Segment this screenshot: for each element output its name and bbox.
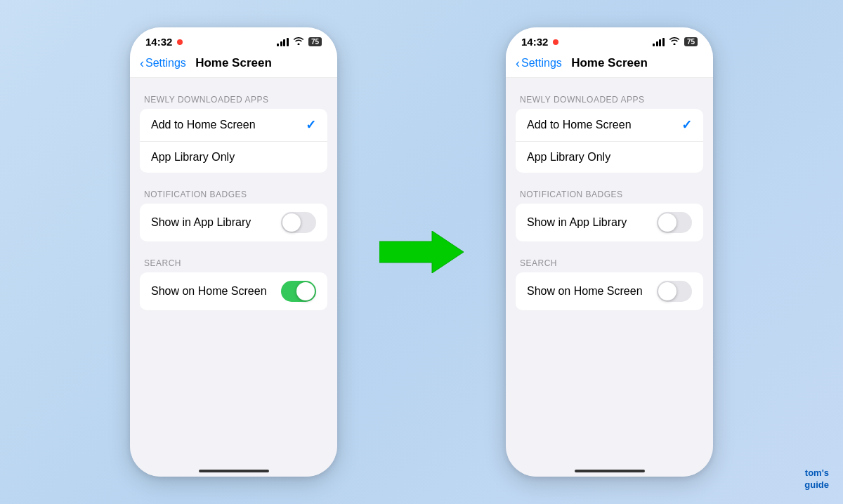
recording-dot-left: [177, 39, 183, 45]
row-app-library-left[interactable]: App Library Only: [140, 142, 327, 173]
wifi-icon-left: [293, 37, 304, 47]
settings-group-search-right: Show on Home Screen: [516, 272, 703, 310]
settings-group-notification-left: Show in App Library: [140, 204, 327, 241]
status-icons-left: 75: [277, 37, 322, 47]
section-label-newly-downloaded-right: NEWLY DOWNLOADED APPS: [506, 95, 713, 109]
time-value-left: 14:32: [145, 36, 172, 48]
back-label-right: Settings: [521, 57, 562, 69]
brand-name-line1: tom's: [804, 467, 829, 479]
section-label-search-right: SEARCH: [506, 258, 713, 272]
home-bar-right: [575, 470, 645, 472]
page-wrapper: 14:32 75: [0, 0, 843, 504]
brand-name-line2: guide: [804, 479, 829, 491]
back-label-left: Settings: [145, 57, 186, 69]
home-indicator-left: [130, 457, 337, 477]
phone-left: 14:32 75: [130, 27, 337, 477]
battery-right: 75: [684, 37, 698, 46]
wifi-icon-right: [669, 37, 680, 47]
status-bar-left: 14:32 75: [130, 27, 337, 52]
checkmark-right: ✓: [681, 117, 692, 133]
row-label-add-home-left: Add to Home Screen: [151, 119, 256, 131]
row-show-app-library-left[interactable]: Show in App Library: [140, 204, 327, 241]
row-label-show-home-screen-right: Show on Home Screen: [527, 285, 643, 298]
toggle-show-home-screen-left[interactable]: [281, 281, 316, 302]
row-label-show-home-screen-left: Show on Home Screen: [151, 285, 267, 298]
row-add-home-screen-left[interactable]: Add to Home Screen ✓: [140, 109, 327, 142]
toggle-thumb-show-home-screen-left: [296, 282, 315, 300]
home-indicator-right: [506, 457, 713, 477]
back-button-left[interactable]: ‹ Settings: [140, 57, 186, 69]
brand-logo: tom's guide: [804, 467, 829, 491]
row-show-app-library-right[interactable]: Show in App Library: [516, 204, 703, 241]
arrow-container: [379, 231, 464, 273]
section-label-notification-right: NOTIFICATION BADGES: [506, 190, 713, 204]
section-label-notification-left: NOTIFICATION BADGES: [130, 190, 337, 204]
settings-group-search-left: Show on Home Screen: [140, 272, 327, 310]
settings-group-newly-downloaded-left: Add to Home Screen ✓ App Library Only: [140, 109, 327, 173]
back-button-right[interactable]: ‹ Settings: [516, 57, 562, 69]
status-bar-right: 14:32 75: [506, 27, 713, 52]
nav-title-left: Home Screen: [195, 56, 272, 70]
section-label-search-left: SEARCH: [130, 258, 337, 272]
toggle-thumb-show-app-library-left: [282, 213, 301, 232]
toggle-thumb-show-home-screen-right: [658, 282, 677, 300]
nav-bar-left: ‹ Settings Home Screen: [130, 52, 337, 78]
settings-group-newly-downloaded-right: Add to Home Screen ✓ App Library Only: [516, 109, 703, 173]
signal-icon-right: [653, 38, 665, 46]
row-label-app-library-left: App Library Only: [151, 151, 235, 164]
arrow-icon: [379, 231, 464, 273]
section-label-newly-downloaded-left: NEWLY DOWNLOADED APPS: [130, 95, 337, 109]
toggle-show-home-screen-right[interactable]: [657, 281, 692, 302]
nav-title-right: Home Screen: [571, 56, 648, 70]
row-show-home-screen-left[interactable]: Show on Home Screen: [140, 272, 327, 310]
checkmark-left: ✓: [306, 117, 316, 133]
signal-icon-left: [277, 38, 289, 46]
status-icons-right: 75: [653, 37, 698, 47]
time-right: 14:32: [521, 36, 558, 48]
recording-dot-right: [553, 39, 558, 45]
battery-left: 75: [308, 37, 322, 46]
row-app-library-right[interactable]: App Library Only: [516, 142, 703, 173]
back-chevron-right: ‹: [516, 57, 520, 69]
row-label-show-app-library-right: Show in App Library: [527, 216, 627, 229]
svg-marker-0: [379, 231, 464, 273]
row-label-show-app-library-left: Show in App Library: [151, 216, 251, 229]
phone-right: 14:32 75: [506, 27, 713, 477]
row-show-home-screen-right[interactable]: Show on Home Screen: [516, 272, 703, 310]
time-value-right: 14:32: [521, 36, 548, 48]
nav-bar-right: ‹ Settings Home Screen: [506, 52, 713, 78]
toggle-thumb-show-app-library-right: [658, 213, 677, 232]
phone-content-right: NEWLY DOWNLOADED APPS Add to Home Screen…: [506, 78, 713, 457]
time-left: 14:32: [145, 36, 183, 48]
row-add-home-screen-right[interactable]: Add to Home Screen ✓: [516, 109, 703, 142]
phone-content-left: NEWLY DOWNLOADED APPS Add to Home Screen…: [130, 78, 337, 457]
toggle-show-app-library-left[interactable]: [281, 212, 316, 233]
row-label-add-home-right: Add to Home Screen: [527, 119, 632, 131]
row-label-app-library-right: App Library Only: [527, 151, 610, 164]
home-bar-left: [199, 470, 269, 472]
back-chevron-left: ‹: [140, 57, 144, 69]
settings-group-notification-right: Show in App Library: [516, 204, 703, 241]
toggle-show-app-library-right[interactable]: [657, 212, 692, 233]
